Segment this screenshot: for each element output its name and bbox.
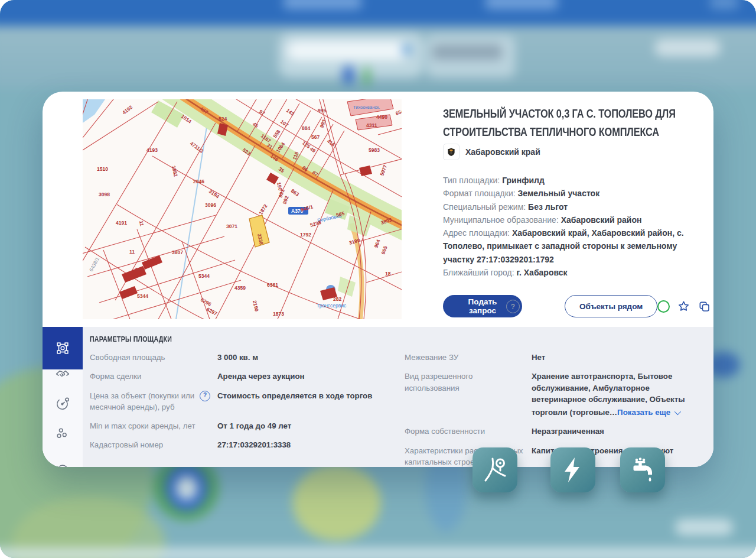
handshake-icon [55,366,70,381]
detail-value: Земельный участок [518,189,600,198]
detail-row: Формат площадки: Земельный участок [443,187,710,200]
show-more-link[interactable]: Показать еще [617,407,679,418]
favorite-button[interactable] [676,299,690,313]
param-label: Свободная площадь [90,352,217,363]
background-marker [343,65,354,85]
background-region-chip [432,44,502,60]
sidebar-item-infrastructure[interactable] [43,388,83,419]
param-value: Аренда через аукцион [217,371,397,382]
param-label: Min и max сроки аренды, лет [90,420,217,432]
detail-value: Без льгот [528,202,568,212]
background-zoom-control [675,519,733,536]
param-row: Форма собственностиНеразграниченная [405,426,713,437]
parameters-column-left: Свободная площадь3 000 кв. мФорма сделки… [90,352,405,467]
utility-transport-button[interactable] [472,447,517,492]
action-icons [657,299,713,313]
utility-electricity-button[interactable] [550,447,595,492]
object-card: 3338 А370 Берёзовка Транссервис Тихоокеа… [43,92,713,467]
parameters-columns: Свободная площадь3 000 кв. мФорма сделки… [90,352,713,467]
map-parcel-number: 4359 [234,285,246,291]
parameters-section: ПАРАМЕТРЫ ПЛОЩАДКИ Свободная площадь3 00… [43,327,713,467]
actions-row: Подать запрос ? Объекты рядом [443,295,708,317]
detail-row: Муниципальное образование: Хабаровский р… [443,213,710,226]
map-parcel-number: 884 [302,125,310,131]
map-parcel-number: 282 [333,296,341,302]
sidebar-item-objects[interactable] [43,418,83,449]
cadastral-map-svg: 3338 А370 Берёзовка Транссервис Тихоокеа… [83,99,402,319]
status-indicator-icon [657,300,670,313]
detail-row: Ближайший город: г. Хабаровск [443,266,710,279]
map-parcel-number: 5344 [137,293,148,299]
param-value: Хранение автотранспорта, Бытовое обслужи… [532,371,706,418]
plot-icon [55,340,70,356]
map-parcel-number: 3807 [135,267,146,272]
param-row: Min и max сроки аренды, летОт 1 года до … [90,420,405,432]
copy-button[interactable] [697,299,711,313]
param-help-icon[interactable]: ? [200,391,210,401]
sidebar-item-deal[interactable] [43,358,83,389]
map-parcel-number: 3098 [99,192,110,197]
parameters-content: ПАРАМЕТРЫ ПЛОЩАДКИ Свободная площадь3 00… [90,335,713,467]
param-value: 3 000 кв. м [217,352,397,363]
map-parcel-number: 995 [318,108,326,113]
screen: 3338 А370 Берёзовка Транссервис Тихоокеа… [0,0,756,558]
cadastral-map-image: 3338 А370 Берёзовка Транссервис Тихоокеа… [83,99,402,319]
map-parcel-number: 5983 [369,147,380,153]
map-parcel-number: 567 [311,134,320,140]
map-parcel-number: 6361 [267,282,278,288]
background-nav-item [710,0,738,9]
param-value: Стоимость определяется в ходе торгов [217,390,397,413]
water-tap-icon [628,456,657,484]
map-service-label: Транссервис [317,303,347,309]
detail-label: Ближайший город: [443,268,517,277]
param-value: 27:17:0329201:3338 [217,439,397,450]
map-parcel-number: 11 [129,249,135,255]
param-row: Вид разрешенного использованияХранение а… [405,371,713,418]
map-parcel-number: 1510 [97,166,108,172]
region-crest-icon [443,144,460,160]
map-station-label: Тихоокеанск. [353,105,380,110]
detail-row: Адрес площадки: Хабаровский край, Хабаро… [443,226,710,266]
map-parcel-number: 3071 [226,223,237,229]
more-section-icon [55,456,70,467]
detail-row: Специальный режим: Без льгот [443,200,710,213]
param-row: Форма сделкиАренда через аукцион [90,371,405,382]
param-row: Свободная площадь3 000 кв. м [90,352,405,363]
map-parcel-number: 2046 [193,179,204,184]
param-label: Кадастровый номер [90,439,217,450]
map-parcel-number: 524 [219,116,227,122]
road-pin-icon [481,456,509,484]
background-field [292,464,381,541]
region-badge: Хабаровский край [443,144,540,160]
utility-water-button[interactable] [620,447,665,492]
background-marker [364,66,370,86]
page-title: Земельный участок 0,3 га с. Тополево для… [443,104,703,141]
help-icon[interactable]: ? [506,300,520,313]
map-parcel-number: 4193 [146,147,158,153]
parameters-heading: ПАРАМЕТРЫ ПЛОЩАДКИ [90,335,620,343]
submit-button-group: Подать запрос ? [443,295,522,317]
map-parcel-number: 3807 [172,249,183,255]
param-label: Межевание ЗУ [405,352,532,363]
detail-label: Муниципальное образование: [443,215,561,225]
section-sidebar [43,327,83,467]
detail-row: Тип площадки: Гринфилд [443,174,710,187]
param-value: От 1 года до 49 лет [217,420,397,432]
map-parcel-number: 1792 [300,232,311,238]
details-list: Тип площадки: ГринфилдФормат площадки: З… [443,174,710,279]
param-label: Форма сделки [90,371,217,382]
background-marker [176,476,197,499]
map-parcel-number: 4490 [376,114,387,120]
param-value: Нет [532,352,706,363]
map-parcel-number: 4311 [366,122,377,128]
param-row: Цена за объект (покупки или месячной аре… [90,390,405,413]
param-label: Вид разрешенного использования [405,371,532,418]
nearby-objects-button[interactable]: Объекты рядом [565,295,657,317]
param-row: Межевание ЗУНет [405,352,713,363]
map-parcel-number: 1873 [273,311,284,317]
map-parcel-number: 3096 [205,202,216,208]
region-label: Хабаровский край [465,147,540,157]
detail-value: Хабаровский район [561,215,642,225]
detail-label: Тип площадки: [443,176,502,185]
background-top-bar [0,0,756,26]
